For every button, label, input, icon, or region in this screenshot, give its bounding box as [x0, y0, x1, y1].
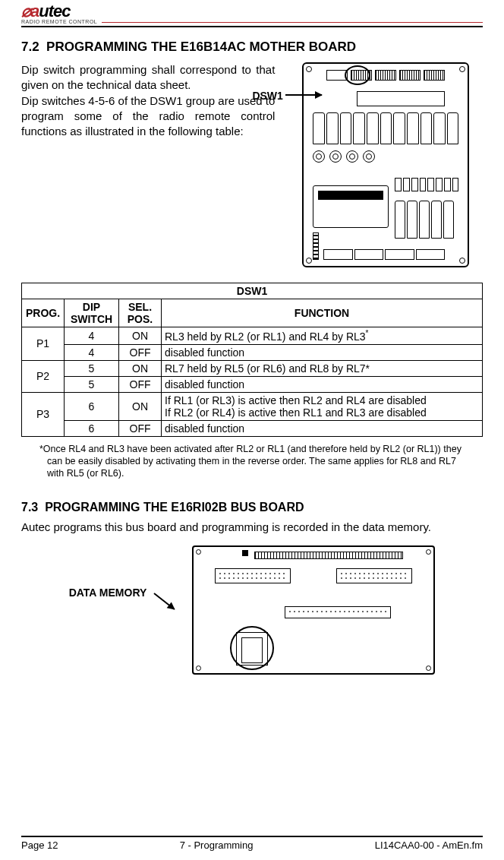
table-row: 5 OFF disabled function — [22, 376, 483, 392]
data-memory-label: DATA MEMORY — [69, 587, 147, 599]
col-prog: PROG. — [22, 299, 65, 327]
table-row: P2 5 ON RL7 held by RL5 (or RL6) and RL8… — [22, 360, 483, 376]
footer-page: Page 12 — [21, 839, 58, 851]
section-7-3-text: Autec programs this bus board and progra… — [21, 520, 483, 533]
dsw1-callout-label: DSW1 — [252, 90, 282, 102]
col-sel: SEL. POS. — [119, 299, 162, 327]
bus-board-figure: DATA MEMORY — [21, 545, 483, 675]
brand-name: ⌀autec — [21, 3, 97, 20]
table-footnote: *Once RL4 and RL3 have been activated af… — [39, 443, 465, 480]
section-7-2-title: 7.2 PROGRAMMING THE E16B14AC MOTHER BOAR… — [21, 40, 483, 55]
brand-logo: ⌀autec RADIO REMOTE CONTROL — [21, 3, 97, 24]
section-number: 7.3 — [21, 501, 38, 514]
brand-tagline: RADIO REMOTE CONTROL — [21, 19, 97, 24]
table-row: 4 OFF disabled function — [22, 344, 483, 360]
dsw1-table: DSW1 PROG. DIP SWITCH SEL. POS. FUNCTION… — [21, 283, 483, 437]
table-row: 6 OFF disabled function — [22, 420, 483, 436]
page-footer: Page 12 7 - Programming LI14CAA0-00 - Am… — [21, 836, 483, 851]
table-row: P3 6 ON If RL1 (or RL3) is active then R… — [22, 392, 483, 420]
motherboard-figure: DSW1 — [284, 62, 483, 267]
footer-docid: LI14CAA0-00 - AmEn.fm — [375, 839, 483, 851]
section-7-3-title: 7.3 PROGRAMMING THE E16RI02B BUS BOARD — [21, 501, 483, 514]
col-dip: DIP SWITCH — [65, 299, 119, 327]
section-heading: PROGRAMMING THE E16RI02B BUS BOARD — [45, 501, 304, 514]
arrow-icon — [154, 593, 175, 611]
section-heading: PROGRAMMING THE E16B14AC MOTHER BOARD — [46, 40, 356, 54]
table-title: DSW1 — [22, 283, 483, 299]
col-func: FUNCTION — [162, 299, 483, 327]
footer-chapter: 7 - Programming — [180, 839, 254, 851]
page-header: ⌀autec RADIO REMOTE CONTROL — [21, 3, 483, 27]
section-number: 7.2 — [21, 40, 39, 54]
bus-board-diagram — [192, 545, 435, 675]
intro-paragraph: Dip switch programming shall correspond … — [21, 62, 275, 139]
header-rule — [102, 22, 483, 24]
dsw1-highlight-circle — [345, 65, 370, 85]
motherboard-diagram — [302, 62, 469, 267]
table-row: P1 4 ON RL3 held by RL2 (or RL1) and RL4… — [22, 327, 483, 345]
